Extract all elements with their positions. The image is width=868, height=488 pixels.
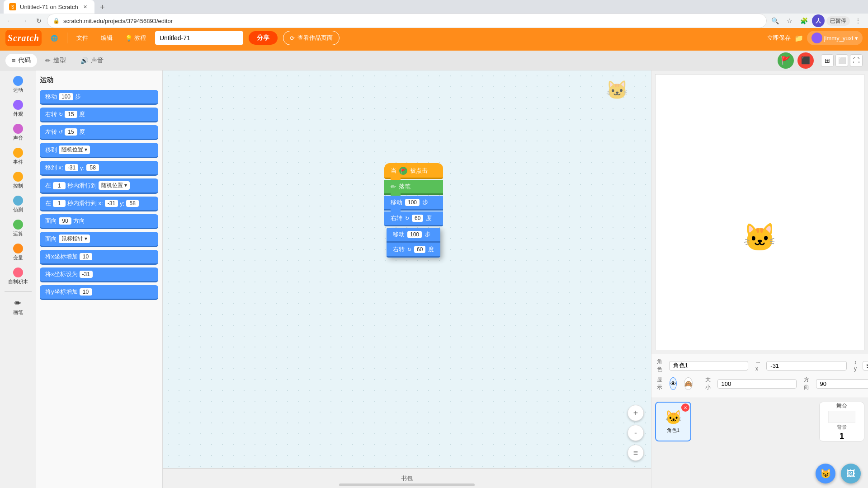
- project-name-input[interactable]: [155, 31, 243, 45]
- globe-button[interactable]: 🌐: [47, 33, 61, 43]
- control-dot: [13, 172, 23, 182]
- block-face-mouse[interactable]: 面向 鼠标指针 ▾: [40, 232, 158, 247]
- sidebar-item-control[interactable]: 控制: [2, 170, 34, 191]
- search-browser-button[interactable]: 🔍: [769, 14, 781, 27]
- sidebar-item-sensing[interactable]: 侦测: [2, 194, 34, 215]
- fabs: 😺 🖼: [816, 464, 861, 483]
- zoom-menu-button[interactable]: ≡: [627, 445, 644, 461]
- sidebar-item-looks[interactable]: 外观: [2, 98, 34, 119]
- green-flag-button[interactable]: 🚩: [778, 52, 794, 69]
- paused-badge: 已暂停: [826, 16, 850, 26]
- block-turn-left[interactable]: 左转 ↺ 15 度: [40, 125, 158, 140]
- script-area[interactable]: 🐱 当 🚩 被点击 ✏ 落笔 移动: [163, 70, 651, 488]
- file-menu-button[interactable]: 文件: [73, 32, 92, 44]
- sidebar-item-motion[interactable]: 运动: [2, 74, 34, 95]
- sidebar-item-operators[interactable]: 运算: [2, 218, 34, 239]
- sidebar-item-sound[interactable]: 声音: [2, 122, 34, 143]
- hide-button[interactable]: 🙈: [684, 377, 693, 390]
- looks-dot: [13, 100, 23, 110]
- show-button[interactable]: 👁: [670, 377, 677, 390]
- size-input[interactable]: [717, 379, 797, 389]
- block-change-y[interactable]: 将y坐标增加 10: [40, 285, 158, 300]
- tab-close-button[interactable]: ✕: [82, 3, 89, 10]
- move-100-block-2[interactable]: 移动 100 步: [387, 228, 440, 243]
- stage-area: 🐱 角色 ↔ x ↕ y: [651, 70, 868, 488]
- tab-costume[interactable]: ✏ 造型: [39, 54, 72, 67]
- extensions-button[interactable]: 🧩: [797, 14, 810, 27]
- stop-icon: ⬛: [801, 56, 810, 65]
- block-goto-random[interactable]: 移到 随机位置 ▾: [40, 143, 158, 158]
- y-coord-input[interactable]: [863, 361, 868, 371]
- tab-favicon: S: [9, 3, 16, 10]
- browser-tab[interactable]: S Untitled-71 on Scratch ✕: [4, 0, 94, 14]
- x-coord-label: ↔ x: [755, 359, 764, 372]
- pen-block[interactable]: ✏ 落笔: [384, 180, 443, 195]
- variables-dot: [13, 244, 23, 253]
- horizontal-scrollbar[interactable]: [339, 483, 475, 486]
- sprite-name-input[interactable]: [669, 361, 749, 371]
- add-backdrop-button[interactable]: 🖼: [841, 464, 861, 483]
- zoom-out-button[interactable]: -: [627, 425, 644, 441]
- browser-chrome: S Untitled-71 on Scratch ✕ + ← → ↻ 🔒 scr…: [0, 0, 868, 25]
- scratch-body: ≡ 代码 ✏ 造型 🔊 声音 🚩 ⬛ ⊞ ⬜ ⛶: [0, 51, 868, 488]
- sidebar-item-variables[interactable]: 变量: [2, 242, 34, 263]
- turn-60-block-2[interactable]: 右转 ↻ 60 度: [387, 243, 440, 258]
- hat-block[interactable]: 当 🚩 被点击: [384, 163, 443, 179]
- forward-button[interactable]: →: [18, 14, 31, 27]
- stage-thumbnail[interactable]: 舞台 背景 1: [819, 402, 864, 441]
- back-button[interactable]: ←: [4, 14, 16, 27]
- sprite-item-1[interactable]: ✕ 🐱 角色1: [655, 402, 691, 441]
- folder-button[interactable]: 📁: [794, 34, 803, 42]
- sprite-delete-button[interactable]: ✕: [681, 404, 689, 412]
- refresh-button[interactable]: ↻: [33, 14, 45, 27]
- scratch-logo[interactable]: Scratch: [5, 30, 42, 46]
- block-goto-xy[interactable]: 移到 x: -31 y: 58: [40, 161, 158, 176]
- sidebar-item-custom[interactable]: 自制积木: [2, 266, 34, 287]
- sensing-dot: [13, 196, 23, 206]
- stage-small-button[interactable]: ⊞: [821, 54, 834, 67]
- share-button[interactable]: 分享: [249, 31, 278, 45]
- block-glide-random[interactable]: 在 1 秒内滑行到 随机位置 ▾: [40, 178, 158, 194]
- add-sprite-button[interactable]: 😺: [816, 464, 835, 483]
- address-bar[interactable]: 🔒 scratch.mit.edu/projects/379456893/edi…: [47, 14, 767, 28]
- sidebar-item-pen[interactable]: ✏ 画笔: [2, 296, 34, 318]
- user-menu[interactable]: jimmy_yuxi ▾: [807, 31, 863, 45]
- stage-large-button[interactable]: ⬜: [835, 54, 848, 67]
- x-coord-input[interactable]: [766, 361, 847, 371]
- scratch-header: Scratch 🌐 文件 编辑 💡 教程 分享 ⟳ 查看作品页面 立即保存 📁 …: [0, 25, 868, 51]
- block-move[interactable]: 移动 100 步: [40, 90, 158, 105]
- direction-input[interactable]: [816, 379, 868, 389]
- events-label: 事件: [13, 159, 23, 165]
- header-right: 立即保存 📁 jimmy_yuxi ▾: [767, 31, 863, 45]
- block-direction[interactable]: 面向 90 方向: [40, 214, 158, 229]
- zoom-in-button[interactable]: +: [627, 405, 644, 421]
- edit-menu-button[interactable]: 编辑: [97, 32, 116, 44]
- stop-button[interactable]: ⬛: [797, 52, 814, 69]
- block-turn-right[interactable]: 右转 ↻ 15 度: [40, 108, 158, 122]
- sidebar-item-events[interactable]: 事件: [2, 146, 34, 167]
- tab-sound[interactable]: 🔊 声音: [74, 54, 110, 67]
- panel-header: 运动: [40, 74, 158, 86]
- star-button[interactable]: ☆: [783, 14, 796, 27]
- stage-fullscreen-button[interactable]: ⛶: [850, 54, 863, 67]
- stage-panel-item: 舞台 背景 1: [819, 402, 864, 457]
- tutorial-button[interactable]: 💡 教程: [122, 32, 150, 44]
- save-button[interactable]: 立即保存: [767, 34, 791, 42]
- sprite-label: 角色: [657, 358, 667, 373]
- tab-code[interactable]: ≡ 代码: [5, 54, 37, 67]
- backdrop-count: 1: [840, 432, 844, 441]
- block-glide-xy[interactable]: 在 1 秒内滑行到 x: -31 y: 58: [40, 197, 158, 211]
- block-set-x[interactable]: 将x坐标设为 -31: [40, 267, 158, 282]
- editor-main: 运动 外观 声音 事件 控制 侦测: [0, 70, 868, 488]
- backpack-label: 书包: [401, 474, 413, 483]
- size-label: 大小: [705, 376, 716, 391]
- browser-menu-button[interactable]: ⋮: [852, 14, 864, 27]
- flag-in-block: 🚩: [399, 167, 407, 175]
- script-group-1: 当 🚩 被点击 ✏ 落笔 移动 100 步: [384, 163, 443, 226]
- turn-60-block[interactable]: 右转 ↻ 60 度: [384, 211, 443, 226]
- new-tab-button[interactable]: +: [96, 1, 109, 14]
- block-change-x[interactable]: 将x坐标增加 10: [40, 250, 158, 265]
- profile-button[interactable]: 人: [812, 14, 825, 27]
- move-100-block[interactable]: 移动 100 步: [384, 196, 443, 211]
- view-page-button[interactable]: ⟳ 查看作品页面: [283, 31, 340, 45]
